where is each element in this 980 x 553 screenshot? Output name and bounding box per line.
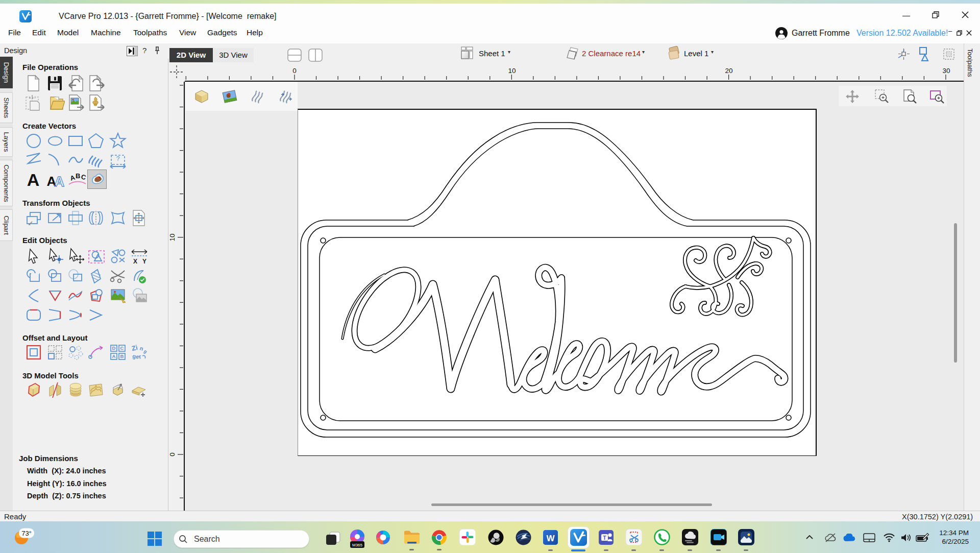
svg-text:B: B	[120, 353, 124, 359]
svg-text:A: A	[54, 174, 64, 189]
svg-text:20: 20	[725, 67, 732, 75]
svg-text:W: W	[546, 534, 555, 543]
svg-text:30: 30	[942, 67, 950, 75]
svg-text:A: A	[112, 353, 116, 359]
svg-text:D: D	[112, 345, 116, 351]
svg-text:Y: Y	[142, 258, 146, 265]
svg-text:n: n	[139, 345, 144, 352]
svg-text:10: 10	[168, 233, 176, 241]
svg-text:Zi: Zi	[131, 344, 138, 352]
svg-text:0: 0	[168, 452, 176, 456]
svg-text:C: C	[80, 173, 87, 181]
svg-text:?: ?	[116, 155, 120, 162]
svg-text:M365: M365	[352, 543, 363, 547]
svg-text:0: 0	[292, 67, 297, 75]
svg-text:g: g	[143, 349, 149, 354]
svg-text:73°: 73°	[21, 530, 32, 537]
svg-text:X: X	[133, 258, 137, 265]
svg-text:A: A	[27, 171, 40, 189]
svg-text:B: B	[76, 172, 80, 180]
svg-text:10: 10	[508, 67, 516, 75]
svg-text:T: T	[603, 535, 606, 541]
svg-text:C: C	[120, 345, 124, 351]
